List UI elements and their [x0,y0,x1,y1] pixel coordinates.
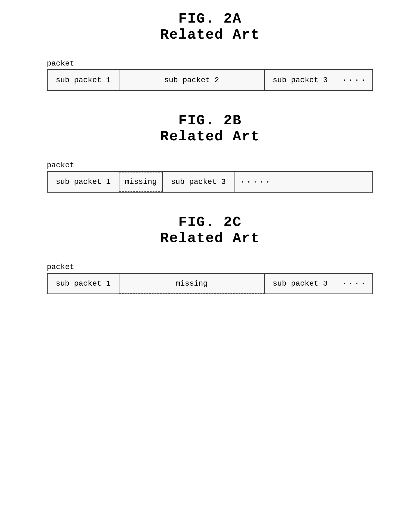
fig2b-packet-label: packet [47,161,373,169]
fig2c-cell-3: sub packet 3 [265,274,336,294]
fig2a-packet-label: packet [47,59,373,68]
fig2b-cell-missing: missing [119,172,163,192]
fig2a-cell-2: sub packet 2 [119,70,265,90]
fig2b-title-line2: Related Art [47,129,373,145]
figure-2a-title: FIG. 2A Related Art [47,11,373,43]
fig2c-title-line2: Related Art [47,230,373,246]
figure-2a: FIG. 2A Related Art packet sub packet 1 … [47,11,373,91]
figure-2c: FIG. 2C Related Art packet sub packet 1 … [47,214,373,294]
fig2b-cell-1: sub packet 1 [48,172,119,192]
figure-2b-title: FIG. 2B Related Art [47,113,373,145]
figure-2c-title: FIG. 2C Related Art [47,214,373,246]
fig2b-cell-dots: ····· [234,172,277,192]
fig2b-packet-container: sub packet 1 missing sub packet 3 ····· [47,171,373,193]
fig2b-title-line1: FIG. 2B [47,113,373,129]
fig2a-title-line2: Related Art [47,27,373,43]
fig2a-packet-container: sub packet 1 sub packet 2 sub packet 3 ·… [47,69,373,91]
fig2c-title-line1: FIG. 2C [47,214,373,230]
figure-2b: FIG. 2B Related Art packet sub packet 1 … [47,113,373,193]
fig2c-packet-container: sub packet 1 missing sub packet 3 ···· [47,273,373,294]
fig2c-cell-dots: ···· [336,274,372,294]
fig2c-cell-1: sub packet 1 [48,274,119,294]
fig2a-cell-3: sub packet 3 [265,70,336,90]
fig2c-cell-missing: missing [119,274,265,294]
fig2a-cell-1: sub packet 1 [48,70,119,90]
fig2a-title-line1: FIG. 2A [47,11,373,27]
fig2a-cell-dots: ···· [336,70,372,90]
fig2c-packet-label: packet [47,263,373,271]
fig2b-cell-3: sub packet 3 [163,172,234,192]
